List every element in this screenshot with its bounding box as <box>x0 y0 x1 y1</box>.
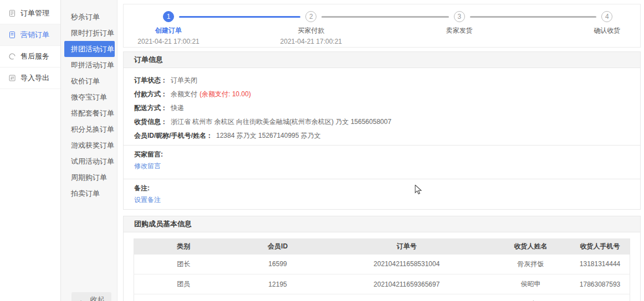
submenu-item-package[interactable]: 搭配套餐订单 <box>61 105 117 121</box>
step-circle: 2 <box>305 11 316 22</box>
step-seller-ship: 3 卖家发货 <box>398 4 520 35</box>
cell-receiver-name: 乃文 <box>491 294 570 301</box>
field-value: 浙江省 杭州市 余杭区 向往街欧美金融城(杭州市余杭区) 乃文 15656058… <box>171 118 391 126</box>
sidebar-item-marketing-orders[interactable]: 营销订单 <box>0 24 60 46</box>
cell-order-number: 202104211658531004 <box>323 255 491 274</box>
collapse-sidebar-button[interactable]: ← 收起 <box>71 292 111 301</box>
submenu-item-treasure[interactable]: 微夺宝订单 <box>61 89 117 105</box>
order-info-title: 订单信息 <box>124 52 640 68</box>
mouse-cursor <box>415 185 422 195</box>
sidebar-item-label: 导入导出 <box>21 73 49 83</box>
order-info-card: 订单信息 订单状态：订单关闭 付款方式：余额支付(余额支付: 10.00) 配送… <box>123 51 641 210</box>
sidebar-item-label: 订单管理 <box>21 8 49 18</box>
cell-receiver-phone: 17863087593 <box>570 274 630 294</box>
clipboard-icon <box>8 9 16 17</box>
remark-label: 备注: <box>134 184 630 193</box>
step-time: 2021-04-21 17:00:21 <box>108 38 229 45</box>
remark-block: 备注: 设置备注 <box>124 179 640 209</box>
col-member-id: 会员ID <box>233 239 323 255</box>
field-shipping-info: 收货信息：浙江省 杭州市 余杭区 向往街欧美金融城(杭州市余杭区) 乃文 156… <box>134 117 630 127</box>
order-info-body: 订单状态：订单关闭 付款方式：余额支付(余额支付: 10.00) 配送方式：快递… <box>124 68 640 209</box>
step-label: 卖家发货 <box>398 26 520 35</box>
cell-member-id: 12384 <box>233 294 323 301</box>
col-role: 类别 <box>134 239 233 255</box>
group-members-table: 类别 会员ID 订单号 收货人姓名 收货人手机号 团长 16599 202104… <box>134 238 630 301</box>
submenu-item-trial-activity[interactable]: 试用活动订单 <box>61 153 117 169</box>
primary-sidebar: 订单管理 营销订单 售后服务 导入导出 <box>0 0 61 301</box>
field-value: 12384 苏乃文 15267140995 苏乃文 <box>216 132 321 139</box>
cell-receiver-phone: 15656058007 <box>570 294 630 301</box>
cell-member-id: 12195 <box>233 274 323 294</box>
edit-message-link[interactable]: 修改留言 <box>134 162 161 171</box>
step-circle: 4 <box>601 11 612 22</box>
sidebar-item-label: 营销订单 <box>21 30 49 40</box>
left-arrow-icon: ← <box>79 295 86 301</box>
sidebar-item-after-sales[interactable]: 售后服务 <box>0 46 60 68</box>
submenu-item-group-activity[interactable]: 拼团活动订单 <box>64 41 115 57</box>
cell-role: 团长 <box>134 255 233 274</box>
field-order-status: 订单状态：订单关闭 <box>134 76 630 85</box>
cell-receiver-name: 骨灰拌饭 <box>491 255 570 274</box>
submenu-item-bargain[interactable]: 砍价订单 <box>61 73 117 89</box>
cell-receiver-name: 侯昭申 <box>491 274 570 294</box>
buyer-message-label: 买家留言: <box>134 150 630 159</box>
step-label: 创建订单 <box>108 26 229 35</box>
buyer-message-block: 买家留言: 修改留言 <box>124 145 640 175</box>
table-row: 团员 12195 202104211659365697 侯昭申 17863087… <box>134 274 630 294</box>
sidebar-item-label: 售后服务 <box>21 51 49 61</box>
group-members-card: 团购成员基本信息 类别 会员ID 订单号 收货人姓名 收货人手机号 团长 <box>123 216 641 301</box>
step-confirm-receipt: 4 确认收货 <box>546 4 644 35</box>
col-receiver-phone: 收货人手机号 <box>570 239 630 255</box>
table-row: 团员 12384 202104211700215397 乃文 156560580… <box>134 294 630 301</box>
submenu-item-limited-discount[interactable]: 限时打折订单 <box>61 25 117 41</box>
balance-payment-amount: (余额支付: 10.00) <box>200 90 251 98</box>
submenu-item-points-exchange[interactable]: 积分兑换订单 <box>61 121 117 137</box>
field-value: 快递 <box>171 104 184 112</box>
table-row: 团长 16599 202104211658531004 骨灰拌饭 1318131… <box>134 255 630 274</box>
submenu-item-subscription[interactable]: 周期购订单 <box>61 169 117 185</box>
step-circle: 3 <box>454 11 465 22</box>
headset-icon <box>8 53 16 60</box>
step-label: 确认收货 <box>546 26 644 35</box>
submenu-item-instant-group[interactable]: 即拼活动订单 <box>61 57 117 73</box>
field-member-info: 会员ID/昵称/手机号/姓名：12384 苏乃文 15267140995 苏乃文 <box>134 131 630 141</box>
field-value: 余额支付 <box>171 90 197 98</box>
step-circle: 1 <box>163 11 174 22</box>
document-icon <box>8 31 16 39</box>
cell-role: 团员 <box>134 274 233 294</box>
field-label: 会员ID/昵称/手机号/姓名： <box>134 132 213 139</box>
collapse-label: 收起 <box>90 295 105 301</box>
col-order-number: 订单号 <box>323 239 491 255</box>
main-content: 1 创建订单 2021-04-21 17:00:21 2 买家付款 2021-0… <box>117 0 644 301</box>
field-label: 付款方式： <box>134 90 167 98</box>
submenu-item-auction[interactable]: 拍卖订单 <box>61 185 117 201</box>
cell-order-number: 202104211659365697 <box>323 274 491 294</box>
set-remark-link[interactable]: 设置备注 <box>134 195 161 205</box>
cell-member-id: 16599 <box>233 255 323 274</box>
step-time: 2021-04-21 17:00:21 <box>250 38 372 45</box>
cell-order-number: 202104211700215397 <box>323 294 491 301</box>
field-label: 配送方式： <box>134 104 167 112</box>
step-create-order: 1 创建订单 2021-04-21 17:00:21 <box>108 4 229 45</box>
step-buyer-payment: 2 买家付款 2021-04-21 17:00:21 <box>250 4 372 45</box>
order-type-submenu: 秒杀订单 限时打折订单 拼团活动订单 即拼活动订单 砍价订单 微夺宝订单 搭配套… <box>61 0 117 301</box>
field-value: 订单关闭 <box>171 76 197 84</box>
cell-receiver-phone: 13181314444 <box>570 255 630 274</box>
order-progress-stepper: 1 创建订单 2021-04-21 17:00:21 2 买家付款 2021-0… <box>123 4 641 48</box>
cell-role: 团员 <box>134 294 233 301</box>
field-label: 订单状态： <box>134 76 167 84</box>
sidebar-item-order-management[interactable]: 订单管理 <box>0 3 60 24</box>
group-members-title: 团购成员基本信息 <box>124 216 640 232</box>
table-header-row: 类别 会员ID 订单号 收货人姓名 收货人手机号 <box>134 239 630 255</box>
step-label: 买家付款 <box>250 26 372 35</box>
field-delivery-method: 配送方式：快递 <box>134 103 630 113</box>
group-members-table-wrap: 类别 会员ID 订单号 收货人姓名 收货人手机号 团长 16599 202104… <box>134 238 630 301</box>
import-export-icon <box>8 74 16 82</box>
field-label: 收货信息： <box>134 118 167 126</box>
field-payment-method: 付款方式：余额支付(余额支付: 10.00) <box>134 90 630 99</box>
submenu-item-seckill[interactable]: 秒杀订单 <box>61 9 117 25</box>
col-receiver-name: 收货人姓名 <box>491 239 570 255</box>
sidebar-item-import-export[interactable]: 导入导出 <box>0 68 60 89</box>
submenu-item-game-prize[interactable]: 游戏获奖订单 <box>61 137 117 153</box>
